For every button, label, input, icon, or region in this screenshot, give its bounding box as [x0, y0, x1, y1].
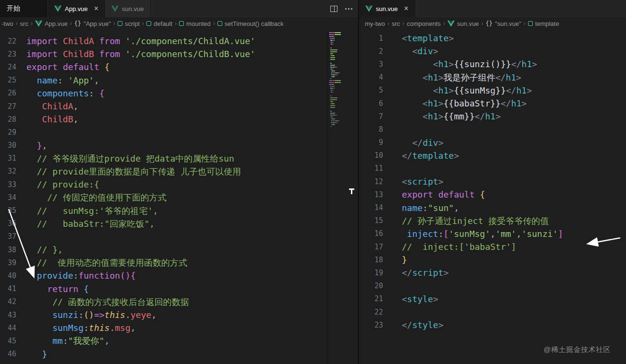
breadcrumb-item[interactable]: my-two [365, 20, 385, 27]
line-number: 43 [0, 311, 21, 319]
code-line[interactable]: 39 // 使用动态的值需要使用函数的方式 [0, 256, 358, 269]
code-text: sunMsg:this.msg, [26, 321, 136, 334]
code-line[interactable]: 23</style> [359, 318, 626, 331]
code-line[interactable]: 40 provide:function(){ [0, 269, 358, 282]
line-number: 26 [0, 89, 21, 97]
tab-App.vue[interactable]: App.vue× [48, 0, 105, 17]
code-line[interactable]: 14name:"sun", [359, 201, 626, 214]
line-number: 23 [0, 50, 21, 59]
breadcrumb-item[interactable]: script [118, 20, 140, 27]
code-line[interactable]: 23import ChildB from './components/Child… [0, 47, 358, 60]
code-line[interactable]: 18} [359, 253, 626, 266]
code-line[interactable]: 34 // 传固定的值使用下面的方式 [0, 191, 358, 204]
split-editor-icon[interactable] [330, 6, 337, 12]
close-icon[interactable]: × [404, 5, 409, 12]
code-line[interactable]: 13export default { [359, 188, 626, 201]
code-line[interactable]: 16 inject:['sunMsg','mm','sunzi'] [359, 227, 626, 240]
breadcrumb-item[interactable]: sun.vue [447, 20, 479, 27]
code-line[interactable]: 12<script> [359, 175, 626, 188]
code-line[interactable]: 17// inject:['babaStr'] [359, 240, 626, 253]
start-tab[interactable]: 开始 [0, 0, 48, 17]
code-line[interactable]: 9 </div> [359, 136, 626, 149]
code-line[interactable]: 4 <h1>我是孙子组件</h1> [359, 71, 626, 84]
code-line[interactable]: 2 <div> [359, 45, 626, 58]
breadcrumbs-row: -two›src›App.vue›{}"App.vue"›script›defa… [0, 17, 626, 30]
code-line[interactable]: 22import ChildA from './components/Child… [0, 35, 358, 47]
code-line[interactable]: 6 <h1>{{babaStr}}</h1> [359, 97, 626, 110]
breadcrumb-item[interactable]: {}"sun.vue" [486, 20, 521, 27]
code-text: <style> [402, 293, 438, 305]
code-line[interactable]: 25 name: 'App', [0, 74, 358, 87]
breadcrumb-item[interactable]: -two [1, 20, 13, 27]
breadcrumb-item[interactable]: components [407, 20, 441, 27]
breadcrumb-item[interactable]: mounted [179, 20, 211, 27]
code-line[interactable]: 7 <h1>{{mm}}</h1> [359, 110, 626, 123]
code-text: // 孙子通过inject 接受爷爷传的值 [402, 214, 549, 227]
code-line[interactable]: 38 // }, [0, 243, 358, 256]
code-line[interactable]: 19</script> [359, 266, 626, 279]
code-line[interactable]: 21<style> [359, 293, 626, 305]
tab-sun.vue[interactable]: sun.vue× [359, 0, 415, 17]
code-area-right[interactable]: 1<template>2 <div>3 <h1>{{sunzi()}}</h1>… [359, 30, 626, 331]
breadcrumb-item[interactable]: src [392, 20, 400, 27]
code-line[interactable]: 35 // sunMsg:'爷爷的祖宅', [0, 204, 358, 217]
code-line[interactable]: 29 [0, 126, 358, 139]
line-number: 23 [359, 321, 388, 329]
line-number: 24 [0, 63, 21, 71]
code-line[interactable]: 36 // babaStr:"回家吃饭", [0, 217, 358, 230]
vue-icon [111, 5, 119, 12]
breadcrumb-item[interactable]: setTimeout() callback [217, 20, 284, 27]
line-number: 20 [359, 282, 388, 290]
code-text: // sunMsg:'爷爷的祖宅', [26, 204, 158, 217]
line-number: 2 [359, 47, 388, 56]
code-line[interactable]: 11 [359, 162, 626, 175]
code-line[interactable]: 32 // provide里面的数据是向下传递 儿子也可以使用 [0, 165, 358, 178]
code-line[interactable]: 5 <h1>{{sunMsg}}</h1> [359, 84, 626, 97]
code-line[interactable]: 31 // 爷爷级别通过provide 把data中的属性给sun [0, 152, 358, 165]
more-actions-icon[interactable] [345, 8, 352, 10]
breadcrumb-item[interactable]: default [146, 20, 172, 27]
code-line[interactable]: 20 [359, 280, 626, 293]
breadcrumb-label: components [407, 20, 441, 27]
vue-icon [35, 20, 42, 27]
breadcrumb-label: App.vue [45, 20, 68, 27]
code-line[interactable]: 10</template> [359, 149, 626, 162]
code-text: // provide里面的数据是向下传递 儿子也可以使用 [26, 165, 241, 178]
code-line[interactable]: 28 ChildB, [0, 113, 358, 126]
breadcrumb-label: my-two [365, 20, 385, 27]
code-line[interactable]: 41 return { [0, 282, 358, 295]
editor-pane-right[interactable]: 1<template>2 <div>3 <h1>{{sunzi()}}</h1>… [358, 30, 626, 364]
minimap[interactable] [327, 30, 342, 364]
code-line[interactable]: 46 } [0, 348, 358, 361]
vue-icon [54, 5, 61, 12]
code-line[interactable]: 1<template> [359, 32, 626, 45]
code-line[interactable]: 15// 孙子通过inject 接受爷爷传的值 [359, 214, 626, 227]
code-line[interactable]: 44 sunMsg:this.msg, [0, 321, 358, 334]
code-line[interactable]: 24export default { [0, 60, 358, 73]
line-number: 38 [0, 246, 21, 254]
code-line[interactable]: 37 [0, 230, 358, 243]
breadcrumb-item[interactable]: {}"App.vue" [74, 20, 111, 27]
code-line[interactable]: 42 // 函数的方式接收后台返回的数据 [0, 295, 358, 308]
close-icon[interactable]: × [94, 5, 98, 12]
breadcrumb-label: "sun.vue" [495, 20, 521, 27]
editor-pane-left[interactable]: 22import ChildA from './components/Child… [0, 30, 358, 364]
code-line[interactable]: 3 <h1>{{sunzi()}}</h1> [359, 58, 626, 70]
code-line[interactable]: 45 mm:"我爱你", [0, 334, 358, 347]
code-line[interactable]: 43 sunzi:()=>this.yeye, [0, 308, 358, 321]
code-line[interactable]: 26 components: { [0, 87, 358, 100]
code-line[interactable]: 30 }, [0, 139, 358, 152]
breadcrumb-item[interactable]: template [528, 20, 559, 27]
line-number: 19 [359, 269, 388, 277]
breadcrumb-item[interactable]: src [20, 20, 28, 27]
code-line[interactable]: 27 ChildA, [0, 100, 358, 113]
code-text: <script> [402, 175, 444, 188]
tab-sun.vue[interactable]: sun.vue [105, 0, 151, 17]
code-text: // provide:{ [26, 178, 99, 191]
code-line[interactable]: 8 [359, 123, 626, 136]
code-text: provide:function(){ [26, 269, 136, 282]
breadcrumb-item[interactable]: App.vue [35, 20, 68, 27]
code-line[interactable]: 33 // provide:{ [0, 178, 358, 191]
code-area-left[interactable]: 22import ChildA from './components/Child… [0, 30, 358, 361]
code-line[interactable]: 22 [359, 305, 626, 318]
